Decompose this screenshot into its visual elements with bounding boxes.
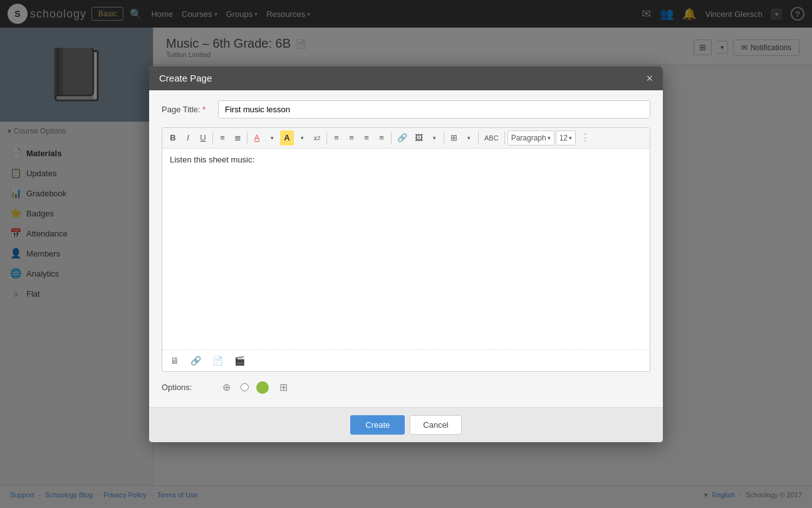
bullet-list-btn[interactable]: ≡ <box>216 130 229 146</box>
bold-btn[interactable]: B <box>166 130 180 146</box>
align-center-btn[interactable]: ≡ <box>345 130 358 146</box>
underline-btn[interactable]: U <box>196 130 210 146</box>
font-color-dropdown[interactable]: ▾ <box>265 130 279 146</box>
options-share-icon[interactable]: ⊕ <box>219 381 233 394</box>
modal-title: Create Page <box>159 73 212 83</box>
add-file-btn[interactable]: 📄 <box>209 354 226 368</box>
page-title-label: Page Title: * <box>162 105 212 114</box>
font-color-btn[interactable]: A <box>250 130 264 146</box>
table-btn[interactable]: ⊞ <box>447 130 461 146</box>
fontsize-dropdown[interactable]: 12 ▾ <box>556 130 576 146</box>
highlight-btn[interactable]: A <box>280 130 294 146</box>
fontsize-caret: ▾ <box>569 135 572 141</box>
modal-footer: Create Cancel <box>149 407 663 442</box>
cancel-btn[interactable]: Cancel <box>410 415 461 435</box>
options-row: Options: ⊕ ⊞ <box>162 381 650 394</box>
editor-area: B I U ≡ ≣ A ▾ A ▾ x2 ≡ ≡ ≡ ≡ <box>162 127 650 372</box>
image-dropdown[interactable]: ▾ <box>427 130 441 146</box>
align-justify-btn[interactable]: ≡ <box>375 130 388 146</box>
highlight-dropdown[interactable]: ▾ <box>295 130 309 146</box>
page-title-row: Page Title: * <box>162 100 650 119</box>
toolbar-sep-1 <box>212 132 213 144</box>
create-page-modal: Create Page × Page Title: * B I U <box>149 66 663 442</box>
modal-body: Page Title: * B I U ≡ ≣ A ▾ A <box>149 90 663 407</box>
toolbar-sep-5 <box>444 132 444 144</box>
options-label: Options: <box>162 383 212 392</box>
spellcheck-btn[interactable]: ABC <box>481 130 502 146</box>
toolbar-sep-3 <box>326 132 327 144</box>
options-color-circle[interactable] <box>256 381 269 394</box>
modal-close-btn[interactable]: × <box>646 73 653 84</box>
options-radio[interactable] <box>241 383 249 391</box>
toolbar-sep-4 <box>391 132 392 144</box>
more-options-btn[interactable]: ⋮ <box>577 130 593 146</box>
add-media-btn[interactable]: 🎬 <box>231 354 248 368</box>
editor-toolbar: B I U ≡ ≣ A ▾ A ▾ x2 ≡ ≡ ≡ ≡ <box>162 128 650 149</box>
align-left-btn[interactable]: ≡ <box>330 130 343 146</box>
create-btn[interactable]: Create <box>350 415 405 435</box>
editor-content[interactable]: Listen this sheet music: <box>162 149 650 349</box>
toolbar-sep-2 <box>247 132 247 144</box>
subscript-btn[interactable]: x2 <box>310 130 324 146</box>
paragraph-caret: ▾ <box>548 135 551 141</box>
options-grid-icon[interactable]: ⊞ <box>276 381 290 394</box>
modal-overlay[interactable]: Create Page × Page Title: * B I U <box>0 0 812 504</box>
page-title-input[interactable] <box>218 100 650 119</box>
modal-header: Create Page × <box>149 66 663 90</box>
required-indicator: * <box>202 105 206 114</box>
link-btn[interactable]: 🔗 <box>394 130 410 146</box>
toolbar-sep-6 <box>478 132 479 144</box>
add-resource-btn[interactable]: 🖥 <box>167 354 182 368</box>
table-dropdown[interactable]: ▾ <box>462 130 476 146</box>
editor-bottom-toolbar: 🖥 🔗 📄 🎬 <box>162 349 650 371</box>
align-right-btn[interactable]: ≡ <box>360 130 373 146</box>
italic-btn[interactable]: I <box>181 130 195 146</box>
paragraph-dropdown[interactable]: Paragraph ▾ <box>508 130 554 146</box>
add-link-btn[interactable]: 🔗 <box>187 354 204 368</box>
toolbar-sep-7 <box>504 132 505 144</box>
numbered-list-btn[interactable]: ≣ <box>231 130 244 146</box>
image-btn[interactable]: 🖼 <box>412 130 426 146</box>
